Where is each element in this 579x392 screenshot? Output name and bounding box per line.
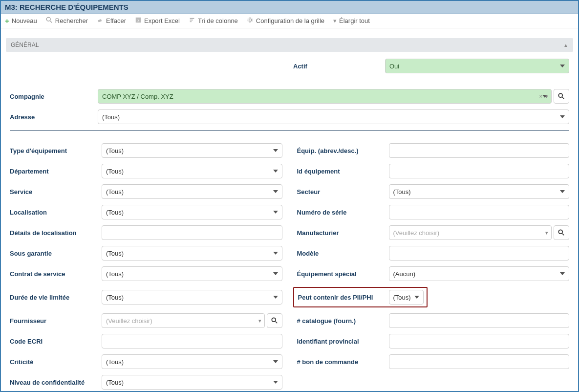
type-equipement-select[interactable]: (Tous) [102, 143, 282, 158]
modele-input[interactable] [389, 246, 570, 261]
chevron-down-icon: ▾ [333, 17, 337, 24]
id-equipement-label: Id équipement [297, 168, 385, 175]
actif-label: Actif [293, 63, 381, 70]
localisation-label: Localisation [10, 209, 98, 216]
toolbar: + Nouveau Rechercher Effacer x Export Ex… [1, 14, 578, 28]
export-excel-button[interactable]: x Export Excel [135, 17, 180, 25]
chevron-down-icon[interactable]: ▾ [545, 93, 548, 100]
details-localisation-input[interactable] [102, 225, 282, 240]
magnifier-icon [46, 17, 53, 25]
svg-line-11 [562, 97, 564, 99]
duree-vie-select[interactable]: (Tous) [102, 290, 282, 305]
column-sort-button[interactable]: Tri de colonne [189, 17, 238, 25]
code-ecri-label: Code ECRI [10, 338, 98, 345]
clear-button[interactable]: Effacer [97, 17, 126, 25]
departement-select[interactable]: (Tous) [102, 164, 282, 178]
svg-text:x: x [137, 19, 139, 22]
plus-icon: + [5, 17, 9, 25]
export-label: Export Excel [144, 17, 180, 24]
service-select[interactable]: (Tous) [102, 184, 282, 199]
fournisseur-label: Fournisseur [10, 317, 98, 325]
sort-label: Tri de colonne [198, 17, 238, 24]
id-provincial-label: Identifiant provincial [297, 338, 385, 345]
sous-garantie-label: Sous garantie [10, 250, 98, 257]
duree-vie-label: Durée de vie limitée [10, 294, 98, 301]
manufacturier-search-button[interactable] [554, 225, 569, 240]
svg-point-12 [558, 230, 562, 234]
equip-abrev-input[interactable] [389, 143, 570, 158]
compagnie-combo[interactable]: COMP XYZ / Comp. XYZ × ▾ [98, 89, 552, 104]
details-localisation-label: Détails de localisation [10, 229, 98, 237]
gear-icon [247, 17, 254, 25]
grid-config-button[interactable]: Configuration de la grille [247, 17, 324, 25]
bon-commande-label: # bon de commande [297, 358, 385, 366]
config-label: Configuration de la grille [256, 17, 324, 24]
catalogue-fourn-input[interactable] [389, 313, 570, 328]
sort-icon [189, 17, 195, 25]
sous-garantie-select[interactable]: (Tous) [102, 246, 282, 261]
excel-icon: x [135, 17, 142, 25]
equipement-special-select[interactable]: (Aucun) [389, 266, 570, 281]
service-label: Service [10, 188, 98, 196]
contrat-service-label: Contrat de service [10, 270, 98, 278]
section-general-header[interactable]: GÉNÉRAL ▲ [6, 38, 573, 52]
bon-commande-input[interactable] [389, 354, 570, 369]
manufacturier-placeholder: (Veuillez choisir) [393, 229, 440, 237]
adresse-select[interactable]: (Tous) [98, 109, 569, 124]
pii-phi-select[interactable]: (Tous) [389, 290, 424, 305]
secteur-label: Secteur [297, 188, 385, 196]
svg-rect-2 [98, 19, 102, 22]
localisation-select[interactable]: (Tous) [102, 205, 282, 219]
fournisseur-search-button[interactable] [267, 313, 282, 328]
type-equipement-label: Type d'équipement [10, 147, 98, 154]
chevron-down-icon[interactable]: ▾ [545, 230, 548, 236]
new-label: Nouveau [12, 17, 37, 24]
criticite-label: Criticité [10, 358, 98, 366]
fournisseur-placeholder: (Veuillez choisir) [106, 317, 152, 325]
criticite-select[interactable]: (Tous) [102, 354, 282, 369]
numero-serie-input[interactable] [389, 205, 570, 219]
compagnie-search-button[interactable] [554, 89, 569, 104]
clear-label: Effacer [106, 17, 126, 24]
pii-phi-highlight: Peut contenir des PII/PHI (Tous) [293, 287, 428, 307]
expand-all-button[interactable]: ▾ Élargir tout [333, 17, 370, 24]
divider [10, 130, 569, 131]
contrat-service-select[interactable]: (Tous) [102, 266, 282, 281]
adresse-label: Adresse [10, 113, 98, 121]
manufacturier-label: Manufacturier [297, 229, 385, 237]
id-provincial-input[interactable] [389, 334, 570, 348]
eraser-icon [97, 17, 104, 25]
expand-label: Élargir tout [339, 17, 370, 24]
niveau-conf-select[interactable]: (Tous) [102, 375, 282, 390]
svg-line-15 [275, 322, 277, 324]
code-ecri-input[interactable] [102, 334, 282, 348]
search-button[interactable]: Rechercher [46, 17, 88, 25]
actif-select[interactable]: Oui [385, 59, 569, 73]
clear-x-icon[interactable]: × [539, 93, 542, 100]
chevron-down-icon[interactable]: ▾ [258, 318, 261, 324]
numero-serie-label: Numéro de série [297, 209, 385, 216]
equipement-special-label: Équipement spécial [297, 270, 385, 278]
manufacturier-combo[interactable]: (Veuillez choisir) ▾ [389, 225, 552, 240]
svg-point-8 [249, 19, 251, 21]
collapse-icon: ▲ [563, 43, 568, 48]
svg-point-0 [46, 17, 50, 21]
svg-point-9 [248, 18, 253, 23]
svg-point-10 [558, 93, 562, 97]
form-grid: Type d'équipement (Tous) Équip. (abrev./… [1, 138, 578, 392]
svg-line-1 [50, 21, 52, 23]
fournisseur-combo[interactable]: (Veuillez choisir) ▾ [102, 313, 265, 328]
svg-line-13 [562, 234, 564, 236]
new-button[interactable]: + Nouveau [5, 17, 37, 25]
compagnie-label: Compagnie [10, 93, 98, 100]
niveau-conf-label: Niveau de confidentialité [10, 379, 98, 386]
compagnie-value: COMP XYZ / Comp. XYZ [102, 93, 173, 100]
id-equipement-input[interactable] [389, 164, 570, 178]
departement-label: Département [10, 168, 98, 175]
svg-point-14 [272, 318, 276, 322]
pii-phi-label: Peut contenir des PII/PHI [298, 294, 385, 301]
section-general-label: GÉNÉRAL [11, 42, 39, 48]
secteur-select[interactable]: (Tous) [389, 184, 570, 199]
catalogue-fourn-label: # catalogue (fourn.) [297, 317, 385, 325]
search-label: Rechercher [55, 17, 88, 24]
